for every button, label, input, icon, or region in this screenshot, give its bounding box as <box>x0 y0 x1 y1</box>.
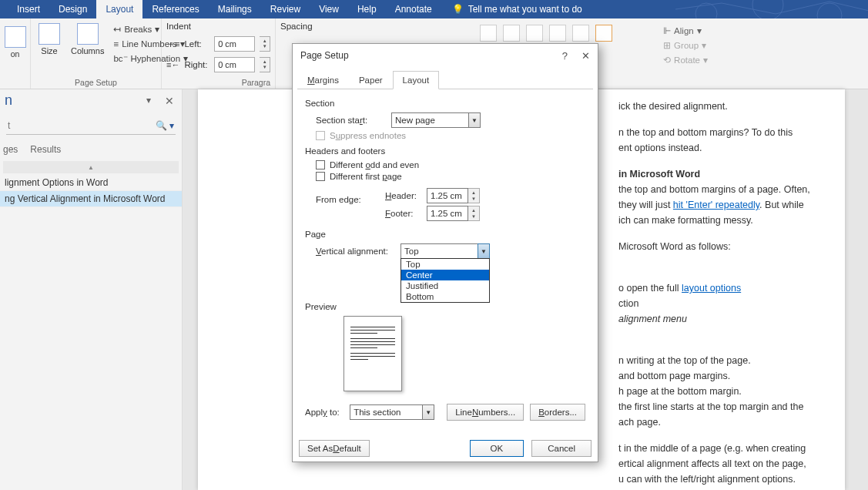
valign-option-top[interactable]: Top <box>401 259 489 270</box>
first-page-label: Different first page <box>330 172 402 181</box>
nav-close-button[interactable]: ✕ <box>165 95 174 107</box>
tab-view[interactable]: View <box>310 0 348 18</box>
tab-insert[interactable]: Insert <box>8 0 49 18</box>
doc-text: Microsoft Word as follows: <box>618 239 826 254</box>
size-button[interactable]: Size <box>35 22 63 57</box>
decorative-pattern <box>675 0 868 18</box>
indent-right-input[interactable]: 0 cm <box>214 57 255 72</box>
paragraph-group-label: Paragra <box>166 78 270 87</box>
cancel-button[interactable]: Cancel <box>531 440 592 457</box>
doc-text: ich can make formatting messy. <box>618 213 826 228</box>
dialog-title: Page Setup <box>300 50 349 61</box>
indent-right-label: Right: <box>184 60 209 69</box>
doc-text: u can with the left/right alignment opti… <box>618 472 826 487</box>
section-start-label: Section start: <box>316 116 385 125</box>
svg-point-1 <box>752 0 783 18</box>
indent-left-spinner[interactable]: ▲▼ <box>260 36 270 52</box>
arrange-button[interactable] <box>595 25 612 42</box>
ok-button[interactable]: OK <box>470 440 524 457</box>
doc-text: ick the desired alignment. <box>618 99 826 114</box>
nav-tab-results[interactable]: Results <box>30 144 61 155</box>
indent-left-label: Left: <box>184 39 209 49</box>
header-distance-spinner[interactable]: ▲▼ <box>468 188 480 203</box>
tell-me-search[interactable]: Tell me what you want to do <box>468 0 592 18</box>
doc-text-italic: alignment menu <box>618 314 687 324</box>
doc-text: n writing at the top of the page. <box>618 353 826 368</box>
doc-link[interactable]: layout options <box>682 283 741 294</box>
dialog-tab-paper[interactable]: Paper <box>349 71 393 89</box>
indent-header: Indent <box>166 22 270 31</box>
set-as-default-button[interactable]: Set As Default <box>299 440 370 457</box>
line-numbers-button[interactable]: Line Numbers... <box>447 404 524 421</box>
page-setup-group-label: Page Setup <box>35 78 156 87</box>
apply-to-label: Apply to: <box>305 408 344 417</box>
tab-design[interactable]: Design <box>49 0 96 18</box>
dialog-tab-layout[interactable]: Layout <box>393 71 440 89</box>
rotate-menu[interactable]: ⟲ Rotate ▾ <box>662 54 709 66</box>
nav-result-item-2[interactable]: ng Vertical Alignment in Microsoft Word <box>0 191 182 207</box>
suppress-endnotes-checkbox <box>316 131 325 140</box>
indent-left-input[interactable]: 0 cm <box>214 36 255 52</box>
section-start-combo-button[interactable]: ▼ <box>468 112 481 128</box>
doc-text: they will just <box>618 200 673 210</box>
tab-mailings[interactable]: Mailings <box>209 0 261 18</box>
nav-search-text: t <box>8 120 10 131</box>
section-start-combo[interactable]: New page <box>391 112 481 128</box>
lightbulb-icon: 💡 <box>452 4 464 15</box>
vertical-alignment-combo[interactable]: Top <box>400 243 490 259</box>
send-backward-button[interactable] <box>549 25 566 42</box>
position-button[interactable] <box>480 25 497 42</box>
preview-thumbnail <box>344 316 402 391</box>
footer-distance-label: Footer: <box>385 209 422 218</box>
borders-button[interactable]: Borders... <box>530 404 585 421</box>
tab-help[interactable]: Help <box>348 0 386 18</box>
doc-text: the top and bottom margins of a page. Of… <box>618 182 826 197</box>
tab-layout[interactable]: Layout <box>96 0 142 18</box>
spacing-header: Spacing <box>280 22 387 31</box>
valign-option-center[interactable]: Center <box>401 270 489 280</box>
page-header: Page <box>305 230 585 239</box>
nav-options-dropdown[interactable]: ▾ <box>146 95 151 107</box>
section-header: Section <box>305 99 585 108</box>
dialog-tab-margins[interactable]: Margins <box>297 71 349 89</box>
dialog-help-button[interactable]: ? <box>562 50 568 62</box>
doc-text: o open the full <box>618 283 682 294</box>
footer-distance-input[interactable]: 1.25 cm <box>427 206 468 221</box>
indent-right-spinner[interactable]: ▲▼ <box>260 57 270 72</box>
doc-text: . But while <box>759 200 804 210</box>
nav-result-item-1[interactable]: lignment Options in Word <box>0 175 182 191</box>
doc-link[interactable]: hit 'Enter' repeatedly <box>673 200 759 210</box>
nav-result-collapse[interactable]: ▲ <box>3 161 179 173</box>
nav-tab-pages[interactable]: ges <box>3 144 18 155</box>
odd-even-checkbox[interactable] <box>316 160 325 169</box>
preview-header: Preview <box>305 302 585 311</box>
ribbon-tabs: Insert Design Layout References Mailings… <box>0 0 868 18</box>
columns-label: Columns <box>71 46 104 55</box>
nav-search-input[interactable]: t 🔍 ▾ <box>6 116 176 135</box>
valign-option-bottom[interactable]: Bottom <box>401 291 489 302</box>
align-menu[interactable]: ⊩ Align ▾ <box>662 25 709 37</box>
footer-distance-spinner[interactable]: ▲▼ <box>468 206 480 221</box>
header-distance-input[interactable]: 1.25 cm <box>427 188 468 203</box>
selection-pane-button[interactable] <box>572 25 589 42</box>
vertical-alignment-label: Vertical alignment: <box>316 247 394 256</box>
doc-text: ertical alignment affects all text on th… <box>618 456 826 472</box>
vertical-alignment-combo-button[interactable]: ▼ <box>478 243 490 259</box>
tab-review[interactable]: Review <box>261 0 310 18</box>
suppress-endnotes-label: Suppress endnotes <box>330 131 406 140</box>
tab-references[interactable]: References <box>142 0 208 18</box>
first-page-checkbox[interactable] <box>316 172 325 181</box>
wrap-text-button[interactable] <box>503 25 520 42</box>
valign-option-justified[interactable]: Justified <box>401 280 489 291</box>
bring-forward-button[interactable] <box>526 25 543 42</box>
group-menu[interactable]: ⊞ Group ▾ <box>662 39 709 52</box>
doc-text: ction <box>618 296 826 311</box>
tab-annotate[interactable]: Annotate <box>386 0 441 18</box>
from-edge-label: From edge: <box>316 186 385 204</box>
doc-text: ach page. <box>618 414 826 430</box>
doc-text: and bottom page margins. <box>618 368 826 384</box>
orientation-button-partial[interactable]: on <box>5 25 25 60</box>
dialog-close-button[interactable]: ✕ <box>581 50 590 62</box>
columns-button[interactable]: Columns <box>68 22 107 57</box>
apply-to-combo-button[interactable]: ▼ <box>422 404 434 420</box>
